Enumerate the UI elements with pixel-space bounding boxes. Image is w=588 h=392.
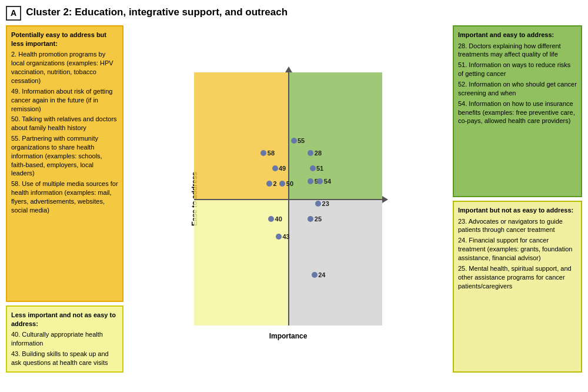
label-50: 50 <box>286 180 293 187</box>
chart-wrapper: 58 55 49 2 50 28 <box>194 72 382 325</box>
bottom-left-quadrant-box: Less important and not as easy to addres… <box>6 305 123 373</box>
list-item: 55. Partnering with community organizati… <box>11 134 118 178</box>
dot-51 <box>310 165 316 171</box>
label-58: 58 <box>268 150 275 157</box>
x-axis-arrow <box>382 196 388 203</box>
right-panel: Important and easy to address: 28. Docto… <box>453 25 582 373</box>
list-item: 54. Information on how to use insurance … <box>458 99 577 126</box>
label-28: 28 <box>315 150 322 157</box>
list-item: 28. Doctors explaining how different tre… <box>458 42 577 59</box>
top-left-title: Potentially easy to address but less imp… <box>11 31 118 48</box>
bottom-left-title: Less important and not as easy to addres… <box>11 311 118 328</box>
title-area: A Cluster 2: Education, integrative supp… <box>6 6 582 21</box>
list-item: 2. Health promotion programs by local or… <box>11 50 118 85</box>
label-40: 40 <box>275 215 282 222</box>
label-55: 55 <box>298 137 305 144</box>
dot-49 <box>272 165 278 171</box>
importance-axis-label: Importance <box>269 332 308 340</box>
dot-43 <box>276 234 282 240</box>
dot-50 <box>279 181 285 187</box>
top-left-items: 2. Health promotion programs by local or… <box>11 50 118 214</box>
cluster-badge: A <box>6 6 21 21</box>
quadrant-top-right <box>288 72 382 199</box>
x-axis-line <box>194 199 382 200</box>
top-right-items: 28. Doctors explaining how different tre… <box>458 42 577 126</box>
label-25: 25 <box>315 215 322 222</box>
list-item: 52. Information on who should get cancer… <box>458 80 577 98</box>
dot-52 <box>308 178 313 184</box>
page-title: Cluster 2: Education, integrative suppor… <box>26 6 288 19</box>
list-item: 50. Talking with relatives and doctors a… <box>11 115 118 132</box>
top-right-quadrant-box: Important and easy to address: 28. Docto… <box>453 25 582 197</box>
top-left-quadrant-box: Potentially easy to address but less imp… <box>6 25 123 302</box>
label-51: 51 <box>316 165 323 172</box>
bottom-right-quadrant-box: Important but not as easy to address: 23… <box>453 201 582 373</box>
list-item: 58. Use of multiple media sources for he… <box>11 180 118 214</box>
y-axis-arrow <box>285 67 292 72</box>
dot-40 <box>268 216 274 222</box>
dot-54 <box>317 178 323 184</box>
dot-24 <box>312 272 318 278</box>
list-item: 25. Mental health, spiritual support, an… <box>458 264 577 291</box>
list-item: 51. Information on ways to reduce risks … <box>458 61 577 78</box>
label-43: 43 <box>282 233 289 240</box>
chart-container: Ease to address <box>194 72 382 325</box>
dot-58 <box>260 150 266 156</box>
label-2: 2 <box>273 180 276 187</box>
top-right-title: Important and easy to address: <box>458 31 577 39</box>
list-item: 24. Financial support for cancer treatme… <box>458 236 577 263</box>
bottom-left-items: 40. Culturally appropriate health inform… <box>11 330 118 367</box>
bottom-right-title: Important but not as easy to address: <box>458 206 577 215</box>
chart-panel: Ease to address <box>128 25 448 373</box>
main-container: A Cluster 2: Education, integrative supp… <box>0 0 588 392</box>
bottom-right-items: 23. Advocates or navigators to guide pat… <box>458 217 577 291</box>
dot-23 <box>315 201 321 207</box>
list-item: 40. Culturally appropriate health inform… <box>11 330 118 348</box>
label-49: 49 <box>279 165 286 172</box>
dot-2 <box>266 181 272 187</box>
dot-28 <box>308 150 313 156</box>
label-54: 54 <box>324 178 331 185</box>
list-item: 43. Building skills to speak up and ask … <box>11 350 118 367</box>
list-item: 49. Information about risk of getting ca… <box>11 87 118 114</box>
dot-55 <box>291 138 297 144</box>
main-content: Potentially easy to address but less imp… <box>6 25 582 373</box>
label-24: 24 <box>318 271 325 278</box>
list-item: 23. Advocates or navigators to guide pat… <box>458 217 577 235</box>
quadrant-bottom-right <box>288 199 382 325</box>
dot-25 <box>308 216 313 222</box>
left-panel: Potentially easy to address but less imp… <box>6 25 123 373</box>
label-23: 23 <box>322 200 329 207</box>
